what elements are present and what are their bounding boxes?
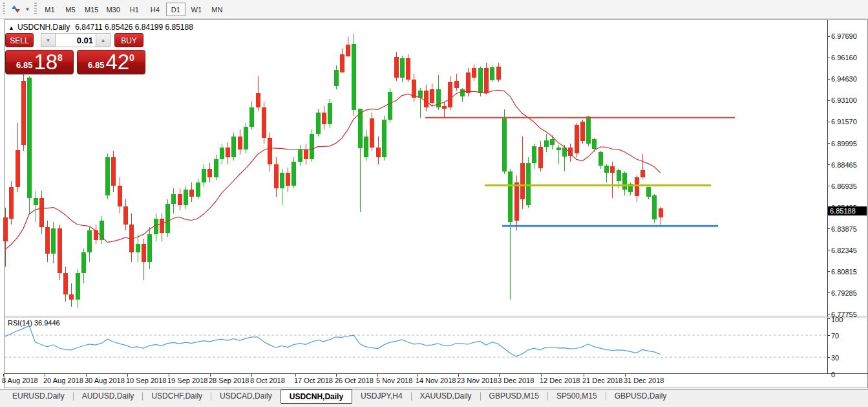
price-axis-label: 6.94630: [831, 75, 867, 83]
date-axis-label: 31 Dec 2018: [624, 377, 664, 384]
buy-button[interactable]: BUY: [114, 33, 143, 47]
date-axis-label: 10 Sep 2018: [126, 377, 166, 384]
tab-sp500-m15[interactable]: SP500,M15: [548, 390, 606, 403]
price-axis-label: 6.83875: [831, 225, 867, 234]
volume-decrease-icon[interactable]: ▼: [41, 33, 56, 47]
date-axis-label: 23 Nov 2018: [457, 377, 497, 384]
one-click-trading-panel: SELL ▼ ▲ BUY 6.85 18 8 6.85 42 0: [5, 33, 147, 74]
chart-client-frame: [5, 20, 868, 388]
price-axis-label: 6.97690: [831, 32, 867, 41]
date-axis-label: 5 Nov 2018: [376, 377, 412, 384]
chart-title: ▲USDCNH,Daily6.84711 6.85426 6.84199 6.8…: [8, 23, 193, 32]
rsi-indicator-label: RSI(14) 36.9446: [8, 319, 60, 327]
current-price-badge: 6.85188: [828, 206, 867, 215]
sell-button[interactable]: SELL: [5, 33, 34, 47]
price-axis-label: 6.89995: [831, 140, 867, 148]
date-axis-label: 26 Oct 2018: [335, 377, 374, 384]
chart-tab-bar: EURUSD,DailyAUDUSD,DailyUSDCHF,DailyUSDC…: [0, 389, 868, 407]
rsi-axis-label: 70: [831, 332, 857, 340]
price-axis-label: 6.80815: [831, 268, 867, 276]
tab-usdcad-daily[interactable]: USDCAD,Daily: [211, 390, 281, 403]
volume-stepper: ▼ ▲: [41, 33, 111, 47]
ask-price-button[interactable]: 6.85 42 0: [77, 50, 145, 74]
date-axis-label: 28 Sep 2018: [209, 377, 249, 384]
price-axis-label: 6.82345: [831, 247, 867, 255]
tab-usdjpy-h4[interactable]: USDJPY,H4: [352, 390, 410, 403]
bid-price-sup: 8: [58, 50, 63, 63]
date-axis-label: 21 Dec 2018: [582, 377, 622, 384]
date-axis-label: 30 Aug 2018: [85, 377, 125, 384]
ask-price-sup: 0: [129, 50, 134, 63]
tab-gbpusd-daily[interactable]: GBPUSD,Daily: [606, 390, 675, 403]
volume-increase-icon[interactable]: ▲: [96, 33, 111, 47]
collapse-triangle-icon[interactable]: ▲: [8, 25, 14, 31]
tab-usdcnh-daily[interactable]: USDCNH,Daily: [281, 390, 352, 404]
price-axis-label: 6.93100: [831, 96, 867, 105]
price-axis-label: 6.96160: [831, 54, 867, 62]
price-axis-label: 6.79285: [831, 289, 867, 298]
rsi-axis-label: 0: [831, 371, 857, 379]
tab-usdchf-daily[interactable]: USDCHF,Daily: [143, 390, 211, 403]
date-axis-label: 3 Dec 2018: [498, 377, 534, 384]
date-axis-label: 14 Nov 2018: [416, 377, 456, 384]
date-axis-label: 17 Oct 2018: [294, 377, 333, 384]
tab-eurusd-daily[interactable]: EURUSD,Daily: [4, 390, 73, 403]
tab-audusd-daily[interactable]: AUDUSD,Daily: [74, 390, 143, 403]
tab-gbpusd-m15[interactable]: GBPUSD,M15: [481, 390, 547, 403]
date-axis-label: 20 Aug 2018: [43, 377, 83, 384]
ohlc-values: 6.84711 6.85426 6.84199 6.85188: [75, 23, 193, 32]
bid-price-button[interactable]: 6.85 18 8: [5, 50, 74, 74]
ask-price-small: 6.85: [88, 60, 104, 74]
price-axis-label: 6.91570: [831, 118, 867, 126]
ask-price-big: 42: [105, 50, 129, 74]
symbol-label: USDCNH,Daily: [17, 23, 70, 32]
rsi-axis-label: 30: [831, 354, 857, 362]
date-axis-label: 19 Sep 2018: [167, 377, 207, 384]
volume-input[interactable]: [56, 33, 96, 47]
date-axis-label: 8 Aug 2018: [2, 377, 38, 384]
bid-price-small: 6.85: [16, 60, 32, 74]
bid-price-big: 18: [34, 50, 58, 74]
rsi-axis-label: 100: [831, 316, 857, 324]
price-axis-label: 6.86935: [831, 182, 867, 191]
date-axis-label: 8 Oct 2018: [250, 377, 285, 384]
tab-xauusd-daily[interactable]: XAUUSD,Daily: [412, 390, 480, 403]
price-axis-label: 6.88465: [831, 161, 867, 170]
date-axis-label: 12 Dec 2018: [540, 377, 580, 384]
